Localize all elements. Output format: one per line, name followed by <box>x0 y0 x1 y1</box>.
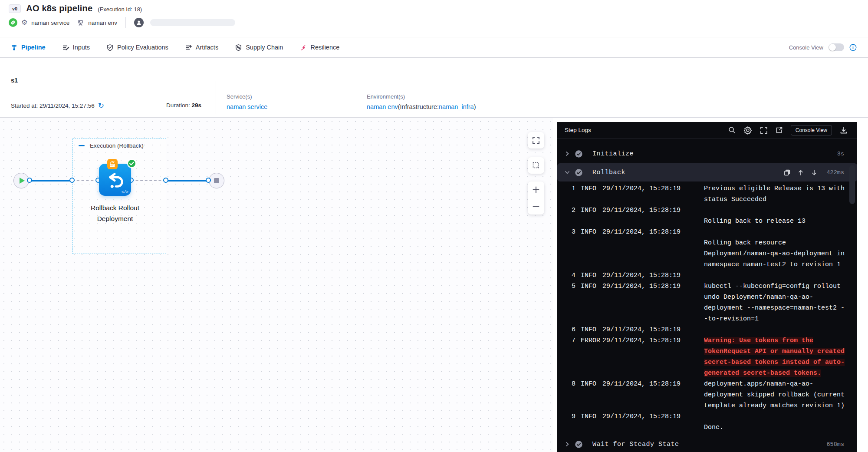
edge-end <box>166 180 208 181</box>
line-number: 9 <box>569 411 575 422</box>
rollout-badge-icon <box>107 159 118 169</box>
started-at: Started at: 29/11/2024, 15:27:56 ↻ <box>11 102 104 109</box>
log-row: 6INFO29/11/2024, 15:28:19 <box>569 324 857 335</box>
log-meta: 2INFO29/11/2024, 15:28:19 <box>569 205 704 227</box>
supply-chain-icon <box>235 44 242 51</box>
services-header: Service(s) <box>227 93 267 100</box>
tab-resilience[interactable]: Resilience <box>299 37 339 57</box>
pipeline-canvas: Execution (Rollback) </> Rollback Rollou… <box>0 118 553 452</box>
connector-2 <box>69 178 75 183</box>
version-badge: v0 <box>9 4 21 13</box>
log-level: INFO <box>581 411 602 422</box>
service-link[interactable]: naman service <box>227 103 267 110</box>
tab-inputs[interactable]: Inputs <box>62 37 90 57</box>
tab-policy-evaluations[interactable]: Policy Evaluations <box>106 37 168 57</box>
info-icon[interactable] <box>849 44 857 51</box>
external-link-icon[interactable] <box>776 126 783 134</box>
log-section-wait-for-steady-state[interactable]: Wait for Steady State 658ms <box>557 436 857 452</box>
log-entries: 1INFO29/11/2024, 15:28:19Previous eligib… <box>557 183 857 433</box>
pipeline-execution-page: v0 AO k8s pipeline (Execution Id: 18) ⚙ … <box>0 0 868 452</box>
replay-icon[interactable]: ↻ <box>98 102 104 109</box>
fullscreen-icon[interactable] <box>760 126 768 134</box>
header-divider <box>125 17 126 28</box>
line-number: 8 <box>569 379 575 389</box>
tab-pipeline[interactable]: Pipeline <box>10 37 46 57</box>
console-view-label: Console View <box>789 44 823 51</box>
line-number: 4 <box>569 270 575 281</box>
log-section-rollback[interactable]: Rollback 422ms <box>557 163 857 181</box>
connector-6 <box>206 178 211 183</box>
log-timestamp: 29/11/2024, 15:28:19 <box>602 228 681 236</box>
tab-artifacts[interactable]: Artifacts <box>185 37 218 57</box>
artifacts-icon <box>185 44 192 51</box>
log-scrollbar-thumb[interactable] <box>849 165 855 204</box>
log-message: kubectl --kubeconfig=config rollout undo… <box>704 281 854 324</box>
log-level: INFO <box>581 324 602 335</box>
edge-start <box>30 180 72 181</box>
log-message: deployment.apps/naman-qa-ao- deployment … <box>704 379 854 411</box>
play-icon <box>20 178 25 184</box>
log-message <box>704 270 854 281</box>
log-row: 5INFO29/11/2024, 15:28:19kubectl --kubec… <box>569 281 857 324</box>
check-circle-icon <box>575 150 583 158</box>
infrastructure-link[interactable]: naman_infra <box>439 103 474 110</box>
environment-link[interactable]: naman env <box>367 103 398 110</box>
code-icon: </> <box>122 190 128 195</box>
log-timestamp: 29/11/2024, 15:28:19 <box>602 413 681 420</box>
arrow-down-icon[interactable] <box>811 169 817 176</box>
environments-header: Environment(s) <box>367 93 476 100</box>
zoom-controls <box>528 181 544 214</box>
log-row: 4INFO29/11/2024, 15:28:19 <box>569 270 857 281</box>
zoom-in-icon[interactable] <box>532 186 540 194</box>
resilience-icon <box>299 44 307 51</box>
page-title: AO k8s pipeline <box>26 3 92 13</box>
edge-dashed-right <box>131 180 166 181</box>
collapse-minus-icon[interactable] <box>79 145 85 146</box>
line-number: 1 <box>569 183 575 194</box>
end-node[interactable] <box>209 173 224 188</box>
arrow-up-icon[interactable] <box>798 169 804 176</box>
expand-icon <box>532 136 540 144</box>
log-section-initialize[interactable]: Initialize 3s <box>557 145 857 162</box>
log-timestamp: 29/11/2024, 15:28:19 <box>602 185 681 192</box>
tab-bar: Pipeline Inputs Policy Evaluations Artif… <box>0 37 868 58</box>
search-icon[interactable] <box>728 126 736 134</box>
log-level: ERROR <box>581 335 602 346</box>
log-message: Done. <box>704 411 854 433</box>
line-number: 6 <box>569 324 575 335</box>
download-icon[interactable] <box>840 126 848 134</box>
settings-icon[interactable] <box>743 126 752 135</box>
line-number: 5 <box>569 281 575 292</box>
console-view-button[interactable]: Console View <box>791 125 832 135</box>
console-view-toggle[interactable] <box>829 43 844 51</box>
execution-group-label: Execution (Rollback) <box>90 142 144 149</box>
log-message: Rolling back to release 13 <box>704 205 854 227</box>
log-meta: 8INFO29/11/2024, 15:28:19 <box>569 379 704 411</box>
log-message: Previous eligible Release is 13 with sta… <box>704 183 854 205</box>
step-logs-title: Step Logs <box>565 127 591 133</box>
log-row: 7ERROR29/11/2024, 15:28:19Warning: Use t… <box>569 335 857 379</box>
zoom-out-icon[interactable] <box>532 202 540 210</box>
edge-dashed-left <box>72 180 98 181</box>
log-meta: 1INFO29/11/2024, 15:28:19 <box>569 183 704 205</box>
fit-to-screen-button[interactable] <box>528 132 544 148</box>
log-timestamp: 29/11/2024, 15:28:19 <box>602 272 681 279</box>
rollback-icon <box>105 170 125 190</box>
stage-divider <box>216 81 216 114</box>
cd-module-icon <box>9 18 17 27</box>
tab-supply-chain[interactable]: Supply Chain <box>235 37 283 57</box>
log-row: 3INFO29/11/2024, 15:28:19 Rolling back r… <box>569 227 857 270</box>
copy-icon[interactable] <box>784 169 790 176</box>
chevron-down-icon <box>564 170 570 175</box>
step-logs-panel: Step Logs Console View Initialize 3s Rol <box>557 122 857 452</box>
log-timestamp: 29/11/2024, 15:28:19 <box>602 337 681 344</box>
stage-name: s1 <box>11 77 18 84</box>
log-message: Warning: Use tokens from the TokenReques… <box>704 335 854 379</box>
inputs-icon <box>62 44 69 51</box>
step-logs-header: Step Logs Console View <box>557 122 857 139</box>
redacted-user-info <box>150 19 235 26</box>
marquee-select-button[interactable] <box>528 157 544 174</box>
log-message <box>704 324 854 335</box>
check-circle-icon <box>575 168 583 177</box>
marquee-select-icon <box>532 162 540 169</box>
